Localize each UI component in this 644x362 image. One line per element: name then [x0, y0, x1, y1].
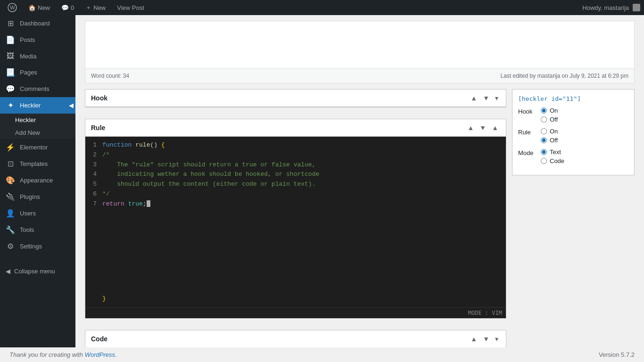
mode-text-radio[interactable]: Text [541, 148, 564, 156]
wp-content: Word count: 34 Last edited by mastarija … [75, 15, 644, 347]
code-down-button[interactable]: ▼ [481, 334, 491, 344]
line-num-4: 4 [89, 170, 97, 180]
sidebar-label-comments: Comments [20, 85, 50, 92]
collapse-menu-button[interactable]: ◀ Collapse menu [0, 264, 75, 279]
sidebar-item-posts[interactable]: 📄 Posts [0, 32, 75, 48]
hook-metabox: Hook ▲ ▼ ▾ [85, 89, 506, 107]
sidebar-item-users[interactable]: 👤 Users [0, 205, 75, 222]
wp-link[interactable]: WordPress [85, 351, 115, 358]
sidebar-item-tools[interactable]: 🔧 Tools [0, 222, 75, 238]
editor-area: Word count: 34 Last edited by mastarija … [85, 21, 635, 83]
code-line-4: 4 indicating wether a hook should be hoo… [89, 170, 502, 180]
rule-off-label: Off [550, 137, 558, 144]
rule-on-input[interactable] [541, 128, 547, 134]
submenu-item-heckler[interactable]: Heckler [0, 114, 75, 126]
sidebar-label-posts: Posts [20, 36, 35, 43]
view-post-link[interactable]: View Post [113, 4, 148, 11]
hook-on-label: On [550, 107, 558, 114]
active-arrow-indicator: ◀ [69, 97, 75, 114]
code-up-button[interactable]: ▲ [469, 334, 479, 344]
side-panel: [heckler id="11"] Hook On [512, 89, 635, 175]
home-label: New [38, 4, 50, 11]
sidebar-item-comments[interactable]: 💬 Comments [0, 81, 75, 97]
admin-bar: W 🏠 New 💬 0 ＋ New View Post Howdy, masta… [0, 0, 644, 15]
sidebar-item-media[interactable]: 🖼 Media [0, 48, 75, 64]
line-content-close: } [102, 294, 502, 304]
hook-up-button[interactable]: ▲ [469, 93, 479, 103]
sidebar-item-elementor[interactable]: ⚡ Elementor [0, 139, 75, 156]
submenu-label-heckler: Heckler [15, 116, 36, 123]
sidebar-item-plugins[interactable]: 🔌 Plugins [0, 189, 75, 205]
admin-menu: ⊞ Dashboard 📄 Posts 🖼 Media 📃 Pages 💬 Co… [0, 15, 75, 347]
hook-on-input[interactable] [541, 107, 547, 114]
heckler-submenu: Heckler Add New [0, 114, 75, 139]
line-content-2: /* [102, 150, 502, 160]
rule-on-label: On [550, 128, 558, 135]
sidebar-item-appearance[interactable]: 🎨 Appearance [0, 172, 75, 189]
heckler-id: [heckler id="11"] [518, 95, 628, 102]
hook-on-radio[interactable]: On [541, 107, 558, 114]
appearance-icon: 🎨 [6, 176, 15, 185]
home-link[interactable]: 🏠 New [25, 4, 54, 11]
version-text: Version 5.7.2 [599, 351, 635, 358]
comments-count: 0 [71, 4, 74, 11]
rule-row: Rule On Off [518, 128, 628, 144]
hook-off-input[interactable] [541, 116, 547, 123]
code-metabox: Code ▲ ▼ ▾ [85, 330, 506, 347]
rule-up-button[interactable]: ▲ [465, 123, 476, 132]
rule-menu-button[interactable]: ▲ [490, 123, 500, 132]
submenu-label-add-new: Add New [15, 129, 40, 136]
sidebar-label-pages: Pages [20, 69, 37, 76]
mode-row: Mode Text Code [518, 148, 628, 165]
media-icon: 🖼 [6, 52, 15, 60]
rule-down-button[interactable]: ▼ [478, 123, 488, 132]
mode-code-label: Code [550, 157, 564, 165]
sidebar-item-heckler[interactable]: ✦ Heckler ◀ [0, 97, 75, 114]
heckler-icon: ✦ [6, 101, 15, 110]
sidebar-item-pages[interactable]: 📃 Pages [0, 64, 75, 81]
line-num-close [89, 294, 97, 304]
add-new-link[interactable]: ＋ New [82, 3, 109, 12]
wp-layout: ⊞ Dashboard 📄 Posts 🖼 Media 📃 Pages 💬 Co… [0, 15, 644, 347]
mode-code-input[interactable] [541, 158, 547, 164]
rule-off-radio[interactable]: Off [541, 137, 558, 144]
rule-metabox-header[interactable]: Rule ▲ ▼ ▲ [85, 119, 506, 137]
footer-text: Thank you for creating with WordPress. [9, 351, 117, 358]
sidebar-item-settings[interactable]: ⚙ Settings [0, 238, 75, 255]
hook-down-button[interactable]: ▼ [481, 93, 491, 103]
hook-menu-button[interactable]: ▾ [493, 93, 500, 103]
mode-code-radio[interactable]: Code [541, 157, 564, 165]
home-icon: 🏠 [28, 4, 36, 11]
line-content-5: should output the content (either code o… [102, 180, 502, 189]
code-metabox-header[interactable]: Code ▲ ▼ ▾ [85, 330, 506, 347]
mode-side-label: Mode [518, 148, 537, 156]
sidebar-label-elementor: Elementor [20, 144, 48, 151]
mode-text-input[interactable] [541, 149, 547, 155]
code-menu-button[interactable]: ▾ [493, 334, 500, 344]
dashboard-icon: ⊞ [6, 19, 15, 28]
code-editor[interactable]: 1 function rule() { 2 /* 3 [85, 137, 506, 307]
new-label: New [93, 4, 106, 11]
pages-icon: 📃 [6, 68, 15, 77]
sidebar-item-dashboard[interactable]: ⊞ Dashboard [0, 15, 75, 32]
line-content-7: return true; [102, 199, 502, 209]
rule-metabox-title: Rule [91, 124, 105, 132]
rule-on-radio[interactable]: On [541, 128, 558, 135]
comments-link[interactable]: 💬 0 [58, 4, 78, 11]
sidebar-label-plugins: Plugins [20, 193, 40, 200]
hook-off-radio[interactable]: Off [541, 116, 558, 123]
mode-text-label: Text [550, 148, 561, 156]
hook-metabox-header[interactable]: Hook ▲ ▼ ▾ [85, 90, 506, 107]
submenu-item-add-new[interactable]: Add New [0, 126, 75, 139]
last-edited: Last edited by mastarija on July 9, 2021… [501, 73, 629, 79]
line-content-1: function rule() { [102, 140, 502, 150]
code-line-1: 1 function rule() { [89, 140, 502, 150]
code-metabox-controls: ▲ ▼ ▾ [469, 334, 500, 344]
sidebar-item-templates[interactable]: ⊡ Templates [0, 156, 75, 172]
rule-off-input[interactable] [541, 137, 547, 143]
line-content-4: indicating wether a hook should be hooke… [102, 170, 502, 180]
code-line-2: 2 /* [89, 150, 502, 160]
collapse-icon: ◀ [6, 268, 10, 275]
wp-logo[interactable]: W [4, 3, 21, 12]
line-num-5: 5 [89, 180, 97, 189]
